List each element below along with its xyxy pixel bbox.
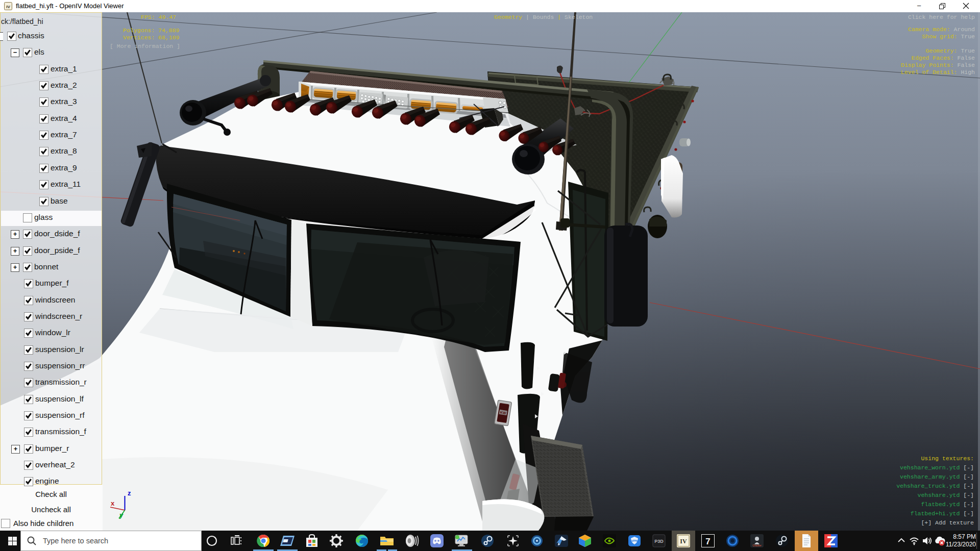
svg-text:z: z bbox=[128, 489, 131, 497]
svg-text:7: 7 bbox=[705, 537, 710, 546]
svg-text:y: y bbox=[119, 511, 124, 519]
svg-text:IV: IV bbox=[6, 5, 10, 9]
svg-text:x: x bbox=[111, 499, 115, 507]
svg-text:Cracker: Cracker bbox=[752, 544, 762, 547]
svg-text:VPN: VPN bbox=[631, 539, 638, 542]
svg-text:P3D: P3D bbox=[654, 539, 664, 544]
svg-text:IV: IV bbox=[680, 538, 687, 545]
